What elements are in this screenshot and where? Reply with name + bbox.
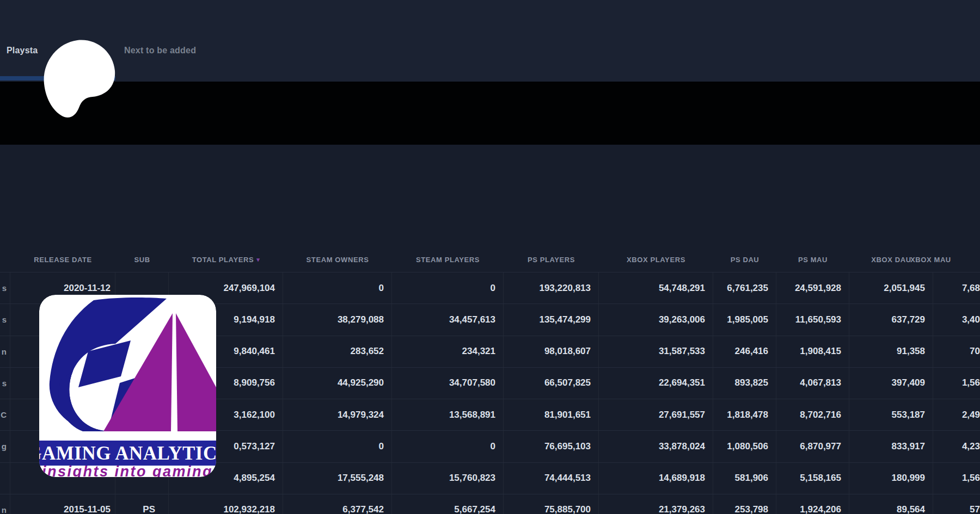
cell-steam-players: 0 — [392, 431, 504, 462]
cell-ps-mau: 24,591,928 — [776, 273, 849, 304]
cell-ps-mau: 11,650,593 — [776, 304, 849, 335]
cell-ps-mau: 6,870,977 — [776, 431, 849, 462]
cell-ps-dau: 6,761,235 — [713, 273, 776, 304]
cell-total-players: 102,932,218 — [169, 494, 283, 514]
header-cell-release-date[interactable]: RELEASE DATE — [10, 256, 115, 264]
cell-release-date: 2015-11-05 — [10, 494, 115, 514]
cell-steam-owners: 283,652 — [283, 336, 392, 367]
header-cell-steam-owners[interactable]: STEAM OWNERS — [283, 256, 392, 264]
cell-steam-owners: 38,279,088 — [283, 304, 392, 335]
header-cell-total-players[interactable]: TOTAL PLAYERS▾ — [169, 256, 283, 264]
cell-xbox-mau: 70 — [933, 336, 980, 367]
cell-xbox-players: 54,748,291 — [599, 273, 713, 304]
cell-ps-dau: 1,985,005 — [713, 304, 776, 335]
cell-steam-players: 0 — [392, 273, 504, 304]
cell-steam-players: 13,568,891 — [392, 399, 504, 430]
top-tab-bar: Playsta Next to be added — [0, 0, 980, 82]
logo-title-text: GAMING ANALYTICS — [39, 443, 216, 464]
cell-ps-players: 193,220,813 — [504, 273, 599, 304]
cell-ps-players: 98,018,607 — [504, 336, 599, 367]
cell-steam-owners: 6,377,542 — [283, 494, 392, 514]
patreon-logo-icon — [42, 39, 115, 118]
cell-ps-mau: 5,158,165 — [776, 463, 849, 494]
cell-xbox-dau: 89,564 — [849, 494, 933, 514]
cell-steam-owners: 0 — [283, 431, 392, 462]
cell-name: s — [0, 304, 10, 335]
sort-descending-icon: ▾ — [256, 256, 260, 263]
header-cell-steam-players[interactable]: STEAM PLAYERS — [392, 256, 504, 264]
header-cell-ps-dau[interactable]: PS DAU — [713, 256, 776, 264]
cell-steam-players: 15,760,823 — [392, 463, 504, 494]
cell-steam-owners: 17,555,248 — [283, 463, 392, 494]
cell-xbox-dau: 180,999 — [849, 463, 933, 494]
cell-ps-dau: 253,798 — [713, 494, 776, 514]
cell-ps-dau: 246,416 — [713, 336, 776, 367]
cell-ps-dau: 1,080,506 — [713, 431, 776, 462]
cell-ps-dau: 1,818,478 — [713, 399, 776, 430]
cell-steam-owners: 14,979,324 — [283, 399, 392, 430]
cell-name: s — [0, 368, 10, 399]
cell-ps-players: 81,901,651 — [504, 399, 599, 430]
cell-steam-players: 34,457,613 — [392, 304, 504, 335]
cell-ps-players: 74,444,513 — [504, 463, 599, 494]
cell-ps-mau: 1,908,415 — [776, 336, 849, 367]
cell-steam-players: 5,667,254 — [392, 494, 504, 514]
cell-name: n — [0, 494, 10, 514]
cell-steam-players: 234,321 — [392, 336, 504, 367]
header-cell-xbox-players[interactable]: XBOX PLAYERS — [599, 256, 713, 264]
cell-name: C — [0, 399, 10, 430]
logo-tagline-text: insights into gaming — [42, 463, 213, 477]
cell-xbox-dau: 833,917 — [849, 431, 933, 462]
tab-playstation[interactable]: Playsta — [7, 46, 38, 55]
cell-ps-mau: 1,924,206 — [776, 494, 849, 514]
cell-xbox-players: 22,694,351 — [599, 368, 713, 399]
cell-xbox-dau: 397,409 — [849, 368, 933, 399]
cell-xbox-mau: 1,56 — [933, 463, 980, 494]
cell-xbox-players: 14,689,918 — [599, 463, 713, 494]
cell-ps-dau: 893,825 — [713, 368, 776, 399]
cell-steam-owners: 44,925,290 — [283, 368, 392, 399]
cell-name: s — [0, 273, 10, 304]
cell-ps-dau: 581,906 — [713, 463, 776, 494]
cell-xbox-mau: 7,68 — [933, 273, 980, 304]
cell-xbox-mau: 57 — [933, 494, 980, 514]
cell-ps-players: 76,695,103 — [504, 431, 599, 462]
cell-ps-players: 75,885,700 — [504, 494, 599, 514]
header-cell-ps-mau[interactable]: PS MAU — [776, 256, 849, 264]
table-row[interactable]: n2015-11-05PS102,932,2186,377,5425,667,2… — [0, 494, 980, 514]
black-banner-strip — [0, 82, 980, 145]
cell-xbox-mau: 2,49 — [933, 399, 980, 430]
cell-xbox-players: 27,691,557 — [599, 399, 713, 430]
tab-next-to-be-added[interactable]: Next to be added — [124, 46, 196, 55]
cell-xbox-mau: 3,40 — [933, 304, 980, 335]
cell-ps-players: 135,474,299 — [504, 304, 599, 335]
cell-xbox-dau: 91,358 — [849, 336, 933, 367]
cell-ps-mau: 8,702,716 — [776, 399, 849, 430]
table-header-row: RELEASE DATESUBTOTAL PLAYERS▾STEAM OWNER… — [0, 247, 980, 272]
header-cell-sub[interactable]: SUB — [115, 256, 169, 264]
cell-steam-owners: 0 — [283, 273, 392, 304]
cell-xbox-players: 39,263,006 — [599, 304, 713, 335]
cell-name — [0, 463, 10, 494]
cell-ps-mau: 4,067,813 — [776, 368, 849, 399]
gaming-analytics-logo: GAMING ANALYTICS insights into gaming — [39, 295, 216, 477]
cell-xbox-dau: 2,051,945 — [849, 273, 933, 304]
cell-xbox-players: 21,379,263 — [599, 494, 713, 514]
cell-xbox-dau: 637,729 — [849, 304, 933, 335]
cell-steam-players: 34,707,580 — [392, 368, 504, 399]
cell-xbox-mau: 4,23 — [933, 431, 980, 462]
cell-xbox-mau: 1,56 — [933, 368, 980, 399]
cell-name: n — [0, 336, 10, 367]
header-cell-ps-players[interactable]: PS PLAYERS — [504, 256, 599, 264]
cell-xbox-dau: 553,187 — [849, 399, 933, 430]
cell-ps-players: 66,507,825 — [504, 368, 599, 399]
header-cell-xbox-mau[interactable]: XBOX MAU — [910, 256, 980, 264]
cell-sub: PS — [115, 494, 169, 514]
cell-xbox-players: 31,587,533 — [599, 336, 713, 367]
cell-xbox-players: 33,878,024 — [599, 431, 713, 462]
cell-name: g — [0, 431, 10, 462]
